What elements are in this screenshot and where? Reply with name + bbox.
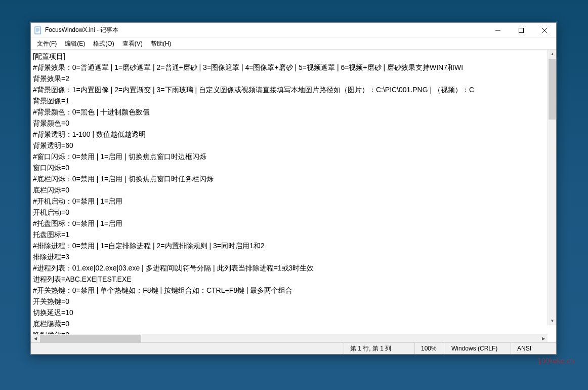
editor-line[interactable]: 托盘图标=1 [33, 229, 554, 240]
scroll-left-arrow-icon[interactable]: ◀ [31, 334, 39, 343]
editor-content[interactable]: [配置项目]#背景效果：0=普通遮罩 | 1=磨砂遮罩 | 2=普通+磨砂 | … [31, 50, 556, 334]
editor-line[interactable]: 背景颜色=0 [33, 118, 554, 129]
editor-line[interactable]: #排除进程：0=禁用 | 1=自定排除进程 | 2=内置排除规则 | 3=同时启… [33, 240, 554, 251]
horizontal-scroll-thumb[interactable] [40, 335, 141, 342]
editor-line[interactable]: 切换延迟=10 [33, 307, 554, 318]
editor-line[interactable]: 底栏隐藏=0 [33, 318, 554, 329]
editor-line[interactable]: #背景图像：1=内置图像 | 2=内置渐变 | 3=下雨玻璃 | 自定义图像或视… [33, 84, 554, 95]
notepad-window: FocusWindowX.ini - 记事本 文件(F) 编辑(E) 格式(O)… [30, 22, 557, 355]
menubar: 文件(F) 编辑(E) 格式(O) 查看(V) 帮助(H) [31, 38, 556, 49]
maximize-button[interactable] [510, 23, 533, 38]
editor-line[interactable]: 背景图像=1 [33, 95, 554, 106]
editor-line[interactable]: #背景透明：1-100 | 数值越低越透明 [33, 129, 554, 140]
horizontal-scrollbar[interactable]: ◀ ▶ [31, 334, 548, 342]
watermark: 100keke.cn [537, 357, 574, 365]
vertical-scroll-thumb[interactable] [549, 59, 556, 120]
scroll-down-arrow-icon[interactable]: ▼ [548, 317, 556, 325]
titlebar[interactable]: FocusWindowX.ini - 记事本 [31, 23, 556, 38]
status-encoding: ANSI [511, 343, 556, 354]
scroll-up-arrow-icon[interactable]: ▲ [548, 50, 556, 58]
editor-line[interactable]: #开机启动：0=禁用 | 1=启用 [33, 196, 554, 207]
menu-edit[interactable]: 编辑(E) [61, 38, 89, 49]
status-line-ending: Windows (CRLF) [445, 343, 511, 354]
editor-line[interactable]: #窗口闪烁：0=禁用 | 1=启用 | 切换焦点窗口时边框闪烁 [33, 151, 554, 162]
editor-line[interactable]: #底栏闪烁：0=禁用 | 1=启用 | 切换焦点窗口时任务栏闪烁 [33, 173, 554, 184]
editor-line[interactable]: 开机启动=0 [33, 207, 554, 218]
minimize-button[interactable] [486, 23, 510, 38]
status-zoom: 100% [414, 343, 445, 354]
editor-line[interactable]: 进程列表=ABC.EXE|TEST.EXE [33, 274, 554, 285]
editor-line[interactable]: 背景透明=60 [33, 140, 554, 151]
menu-view[interactable]: 查看(V) [118, 38, 147, 49]
notepad-icon [34, 26, 42, 34]
editor-line[interactable]: #进程列表：01.exe|02.exe|03.exe | 多进程间以|符号分隔 … [33, 262, 554, 274]
window-controls [486, 23, 556, 37]
vertical-scrollbar[interactable]: ▲ ▼ [548, 50, 556, 325]
editor-line[interactable]: 唤醒优化=0 [33, 329, 554, 334]
statusbar: 第 1 行, 第 1 列 100% Windows (CRLF) ANSI [31, 342, 556, 354]
editor-line[interactable]: 底栏闪烁=0 [33, 184, 554, 196]
editor-line[interactable]: #背景效果：0=普通遮罩 | 1=磨砂遮罩 | 2=普通+磨砂 | 3=图像遮罩… [33, 62, 554, 73]
menu-help[interactable]: 帮助(H) [147, 38, 176, 49]
menu-file[interactable]: 文件(F) [33, 38, 61, 49]
editor-line[interactable]: 排除进程=3 [33, 251, 554, 262]
close-button[interactable] [533, 23, 556, 38]
editor-line[interactable]: #背景颜色：0=黑色 | 十进制颜色数值 [33, 106, 554, 118]
menu-format[interactable]: 格式(O) [89, 38, 118, 49]
scroll-right-arrow-icon[interactable]: ▶ [539, 334, 548, 343]
text-editor[interactable]: [配置项目]#背景效果：0=普通遮罩 | 1=磨砂遮罩 | 2=普通+磨砂 | … [31, 50, 556, 334]
status-position: 第 1 行, 第 1 列 [344, 343, 414, 354]
svg-rect-6 [519, 28, 524, 33]
editor-line[interactable]: [配置项目] [33, 51, 554, 62]
editor-line[interactable]: #开关热键：0=禁用 | 单个热键如：F8键 | 按键组合如：CTRL+F8键 … [33, 285, 554, 296]
editor-line[interactable]: 开关热键=0 [33, 296, 554, 307]
window-title: FocusWindowX.ini - 记事本 [45, 26, 486, 34]
editor-line[interactable]: #托盘图标：0=禁用 | 1=启用 [33, 218, 554, 229]
editor-line[interactable]: 窗口闪烁=0 [33, 162, 554, 173]
editor-line[interactable]: 背景效果=2 [33, 73, 554, 84]
editor-area: [配置项目]#背景效果：0=普通遮罩 | 1=磨砂遮罩 | 2=普通+磨砂 | … [31, 49, 556, 354]
